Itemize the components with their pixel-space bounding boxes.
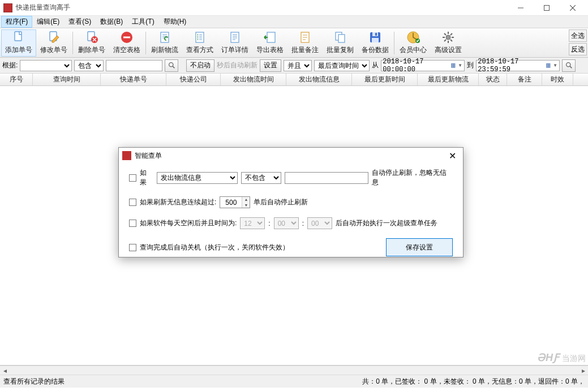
scroll-left-icon[interactable]: ◂: [0, 366, 10, 375]
column-header[interactable]: 最后更新时间: [352, 74, 418, 85]
tool-note[interactable]: 批量备注: [287, 29, 323, 57]
column-header[interactable]: 状态: [479, 74, 507, 85]
tool-save[interactable]: 备份数据: [358, 29, 393, 57]
filter-value-input[interactable]: [106, 60, 162, 71]
tool-label: 查看方式: [186, 45, 213, 55]
checkbox-idle[interactable]: [129, 220, 136, 227]
svg-point-33: [446, 35, 450, 40]
svg-rect-30: [375, 33, 377, 36]
tool-doc-edit[interactable]: 修改单号: [36, 29, 71, 57]
side-button-1[interactable]: 反选: [569, 43, 587, 55]
tool-gear[interactable]: 高级设置: [431, 29, 466, 57]
tool-label: 备份数据: [362, 45, 389, 55]
column-header[interactable]: 序号: [0, 74, 33, 85]
filter-field-select[interactable]: [20, 60, 72, 71]
settings-button[interactable]: 设置: [260, 59, 281, 72]
save-settings-button[interactable]: 保存设置: [386, 238, 453, 256]
minute-select[interactable]: 00: [274, 217, 299, 229]
window-title: 快递批量查询高手: [16, 3, 70, 12]
export-icon: [263, 31, 277, 44]
menu-1[interactable]: 编辑(E): [32, 16, 64, 28]
tool-clear[interactable]: 清空表格: [109, 29, 144, 57]
tool-copy[interactable]: 批量复制: [323, 29, 358, 57]
tool-label: 会员中心: [400, 45, 427, 55]
tool-detail[interactable]: 订单详情: [217, 29, 252, 57]
tool-label: 高级设置: [435, 45, 462, 55]
svg-rect-14: [196, 32, 204, 42]
value-input[interactable]: [285, 172, 368, 184]
svg-rect-20: [267, 32, 275, 42]
member-icon: [406, 31, 420, 44]
hour-select[interactable]: 12: [240, 217, 265, 229]
checkbox-stop-refresh[interactable]: [129, 174, 136, 182]
tool-doc-del[interactable]: 删除单号: [74, 29, 109, 57]
column-header[interactable]: 最后更新物流: [418, 74, 479, 85]
second-select[interactable]: 00: [307, 217, 332, 229]
dialog-row-4: 查询完成后自动关机（执行一次，关闭软件失效） 保存设置: [129, 238, 453, 256]
menu-2[interactable]: 查看(S): [64, 16, 96, 28]
svg-rect-1: [544, 5, 550, 10]
column-header[interactable]: 快递单号: [101, 74, 166, 85]
dialog-close-button[interactable]: ✕: [445, 150, 460, 161]
dialog-title: 智能查单: [135, 151, 162, 161]
tool-refresh[interactable]: 刷新物流: [147, 29, 182, 57]
svg-line-43: [173, 66, 174, 68]
date-to-input[interactable]: 2018-10-17 23:59:59▦▾: [476, 60, 560, 71]
tool-label: 导出表格: [256, 45, 284, 55]
menu-3[interactable]: 数据(B): [96, 16, 127, 28]
count-spinner[interactable]: ▲▼: [220, 196, 250, 208]
filter-bar: 根据: 包含 不启动 秒后自动刷新 设置 并且 最后查询时间 从 2018-10…: [0, 58, 588, 74]
svg-point-42: [169, 63, 173, 67]
tool-export[interactable]: 导出表格: [252, 29, 287, 57]
column-header[interactable]: 备注: [507, 74, 542, 85]
checkbox-shutdown[interactable]: [129, 244, 136, 251]
tool-label: 刷新物流: [151, 45, 178, 55]
tool-doc-add[interactable]: 添加单号: [1, 29, 36, 57]
table-header: 序号查询时间快递单号快递公司发出物流时间发出物流信息最后更新时间最后更新物流状态…: [0, 74, 588, 86]
horizontal-scrollbar[interactable]: ◂ ▸: [0, 366, 588, 375]
clear-icon: [120, 31, 134, 44]
svg-line-40: [444, 40, 446, 41]
save-icon: [368, 31, 382, 44]
op-select[interactable]: 不包含: [241, 172, 281, 184]
minimize-button[interactable]: [508, 0, 534, 16]
tool-label: 添加单号: [5, 45, 32, 55]
svg-line-38: [444, 33, 446, 35]
side-button-0[interactable]: 全选: [569, 29, 587, 42]
column-header[interactable]: 时效: [542, 74, 573, 85]
dialog-icon: [122, 151, 131, 160]
date-from-input[interactable]: 2018-10-17 00:00:00▦▾: [381, 60, 465, 71]
no-start-button[interactable]: 不启动: [186, 59, 214, 72]
tool-view[interactable]: 查看方式: [182, 29, 217, 57]
filter-time-select[interactable]: 最后查询时间: [314, 60, 370, 71]
filter-root-label: 根据:: [2, 61, 18, 70]
svg-line-45: [570, 66, 572, 68]
menu-5[interactable]: 帮助(H): [159, 16, 191, 28]
search-date-button[interactable]: [562, 59, 576, 72]
status-right: 共：0 单，已签收： 0 单，未签收： 0 单，无信息：0 单，退回件：0 单，: [362, 377, 585, 386]
svg-rect-29: [372, 38, 379, 42]
svg-line-41: [450, 33, 452, 35]
column-header[interactable]: 发出物流时间: [221, 74, 286, 85]
menu-0[interactable]: 程序(F): [1, 16, 32, 28]
checkbox-consecutive[interactable]: [129, 199, 136, 206]
search-button[interactable]: [165, 59, 178, 72]
column-header[interactable]: 查询时间: [33, 74, 101, 85]
svg-rect-4: [15, 32, 22, 41]
field-select[interactable]: 发出物流信息: [157, 172, 238, 184]
close-button[interactable]: [560, 0, 586, 16]
doc-del-icon: [85, 31, 98, 44]
column-header[interactable]: 快递公司: [166, 74, 221, 85]
tool-label: 修改单号: [40, 45, 67, 55]
filter-contain-select[interactable]: 包含: [74, 60, 104, 71]
status-bar: 查看所有记录的结果 共：0 单，已签收： 0 单，未签收： 0 单，无信息：0 …: [0, 375, 588, 388]
maximize-button[interactable]: [534, 0, 560, 16]
tool-label: 清空表格: [113, 45, 140, 55]
filter-and-select[interactable]: 并且: [284, 60, 312, 71]
tool-member[interactable]: 会员中心: [396, 29, 431, 57]
calendar-icon: ▦: [451, 61, 458, 70]
dialog-row-3: 如果软件每天空闲后并且时间为: 12 : 00 : 00 后自动开始执行一次超级…: [129, 217, 453, 229]
menu-4[interactable]: 工具(T): [127, 16, 158, 28]
column-header[interactable]: 发出物流信息: [286, 74, 352, 85]
scroll-right-icon[interactable]: ▸: [578, 366, 588, 375]
